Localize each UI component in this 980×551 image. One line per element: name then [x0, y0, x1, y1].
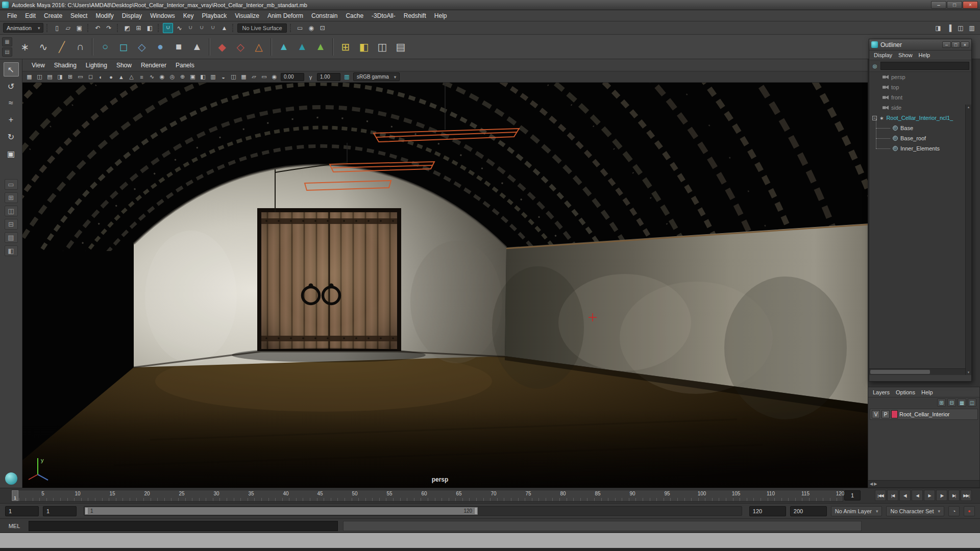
select-tool[interactable]: ↖ [4, 62, 19, 77]
panel-menu-panels[interactable]: Panels [172, 61, 199, 70]
redo-icon[interactable]: ↷ [104, 23, 114, 33]
save-scene-icon[interactable]: ▣ [74, 23, 84, 33]
snap-to-view-icon[interactable]: ∩ [208, 23, 218, 33]
go-to-end-button[interactable]: ▶▶| [961, 490, 972, 501]
menu-constrain[interactable]: Constrain [307, 11, 341, 20]
bind-skin-icon[interactable]: △ [250, 37, 267, 57]
nurbs-plane-icon[interactable]: ◇ [133, 37, 151, 57]
grease-pencil-icon[interactable]: ▭ [76, 72, 85, 82]
auto-keyframe-toggle-icon[interactable]: ● [964, 506, 975, 516]
poly-sphere-icon[interactable]: ● [152, 37, 169, 57]
outliner-item-front[interactable]: front [869, 92, 971, 103]
current-frame-field[interactable]: 1 [844, 490, 861, 500]
panel-menu-lighting[interactable]: Lighting [82, 61, 111, 70]
menu-playback[interactable]: Playback [198, 11, 231, 20]
grid-toggle-icon[interactable]: ◻ [86, 72, 95, 82]
shelf-tab-switcher-icon[interactable]: ▦ [2, 37, 12, 46]
outliner-vertical-scrollbar[interactable]: ▴ ▾ [965, 105, 971, 375]
move-layer-up-icon[interactable]: ⊞ [937, 398, 946, 407]
use-all-lights-icon[interactable]: ▣ [188, 72, 198, 82]
textured-mode-icon[interactable]: ⊕ [178, 72, 187, 82]
pencil-curve-tool-icon[interactable]: ∿ [35, 37, 52, 57]
panel-menu-view[interactable]: View [28, 61, 49, 70]
bookmarks-icon[interactable]: ▤ [45, 72, 55, 82]
render-settings-icon[interactable]: ⊡ [317, 23, 328, 33]
make-live-icon[interactable]: ▲ [219, 23, 229, 33]
range-slider-track[interactable]: 1 120 [84, 506, 742, 516]
outliner-item-side[interactable]: side [869, 103, 971, 113]
poly-cone-icon[interactable]: ▲ [188, 37, 206, 57]
outliner-horizontal-scrollbar[interactable] [869, 368, 965, 375]
play-forwards-button[interactable]: ▶ [924, 490, 935, 501]
paint-select-tool[interactable]: ≈ [4, 96, 19, 110]
scale-tool[interactable]: ▣ [4, 146, 19, 161]
menu-key[interactable]: Key [179, 11, 198, 20]
undo-icon[interactable]: ↶ [92, 23, 103, 33]
scroll-up-icon[interactable]: ▴ [968, 105, 970, 109]
ep-curve-tool-icon[interactable]: ∗ [16, 37, 34, 57]
playback-end-field[interactable]: 120 [749, 506, 786, 516]
select-hierarchy-icon[interactable]: ◩ [122, 23, 132, 33]
attribute-editor-toggle-icon[interactable]: ◨ [933, 23, 943, 33]
arc-tool-icon[interactable]: ∩ [71, 37, 89, 57]
new-scene-icon[interactable]: ▯ [52, 23, 62, 33]
nurbs-circle-icon[interactable]: ○ [96, 37, 114, 57]
nurbs-square-icon[interactable]: ◻ [115, 37, 132, 57]
layers-help-menu[interactable]: Help [921, 389, 933, 395]
window-titlebar[interactable]: Autodesk Maya 2016: C:\Users\AMDA8\Deskt… [0, 0, 980, 10]
layer-color-swatch[interactable] [891, 410, 898, 418]
outliner-menu-display[interactable]: Display [874, 52, 892, 58]
layout-two-pane-side-button[interactable]: ◫ [5, 206, 18, 216]
resolution-gate-icon[interactable]: ● [106, 72, 116, 82]
snap-to-curves-icon[interactable]: ∿ [174, 23, 184, 33]
view-transform-dropdown[interactable]: sRGB gamma ▾ [353, 72, 400, 81]
panel-menu-renderer[interactable]: Renderer [137, 61, 170, 70]
ipr-render-icon[interactable]: ◉ [306, 23, 316, 33]
menu-file[interactable]: File [3, 11, 21, 20]
exposure-icon[interactable]: ◉ [270, 72, 279, 82]
snap-to-points-icon[interactable]: ∩ [185, 23, 195, 33]
range-start-handle[interactable] [85, 507, 88, 515]
cellar-door[interactable] [232, 208, 426, 362]
go-to-start-button[interactable]: |◀◀ [875, 490, 886, 501]
move-tool[interactable]: + [4, 113, 19, 127]
outliner-search-input[interactable] [880, 62, 969, 70]
poly-cube-icon[interactable]: ■ [170, 37, 187, 57]
menu-create[interactable]: Create [40, 11, 66, 20]
select-camera-icon[interactable]: ▦ [24, 72, 34, 82]
create-layer-from-selected-icon[interactable]: ◫ [968, 398, 976, 407]
menu-redshift[interactable]: Redshift [400, 11, 430, 20]
menu-cache[interactable]: Cache [341, 11, 368, 20]
outliner-close-button[interactable]: × [961, 41, 969, 48]
time-slider-track[interactable]: 5 10 15 20 25 30 35 40 45 50 55 60 65 70… [11, 490, 843, 502]
outliner-titlebar[interactable]: Outliner – □ × [869, 39, 971, 51]
isolate-select-icon[interactable]: ▱ [249, 72, 259, 82]
move-layer-down-icon[interactable]: ⊟ [947, 398, 956, 407]
gate-mask-icon[interactable]: ▲ [116, 72, 126, 82]
exposure-field[interactable]: 0.00 [281, 73, 304, 81]
command-input-field[interactable] [29, 521, 338, 531]
ncloth-collide-icon[interactable]: ▲ [293, 37, 311, 57]
shadows-toggle-icon[interactable]: ◧ [198, 72, 208, 82]
outliner-maximize-button[interactable]: □ [951, 41, 960, 48]
maximize-button[interactable]: □ [947, 1, 962, 9]
ncache-icon[interactable]: ◧ [355, 37, 373, 57]
layers-options-menu[interactable]: Options [896, 389, 915, 395]
step-forward-frame-button[interactable]: |▶ [936, 490, 947, 501]
modeling-toolkit-toggle-icon[interactable]: ▥ [967, 23, 977, 33]
animation-start-field[interactable]: 1 [5, 506, 39, 516]
layout-single-pane-button[interactable]: ▭ [5, 179, 18, 190]
layer-editor-scrollbar[interactable]: ◀ ▶ [868, 480, 979, 487]
character-set-dropdown[interactable]: No Character Set ▾ [886, 506, 944, 516]
layout-two-pane-stacked-button[interactable]: ⊟ [5, 219, 18, 230]
layout-four-pane-button[interactable]: ⊞ [5, 192, 18, 203]
nconstraint-icon[interactable]: ⊞ [337, 37, 354, 57]
maya-sphere-icon[interactable] [5, 472, 17, 485]
ik-handle-tool-icon[interactable]: ◇ [232, 37, 249, 57]
layout-persp-graph-button[interactable]: ◧ [5, 245, 18, 256]
step-back-frame-button[interactable]: ◀| [899, 490, 911, 501]
joint-tool-icon[interactable]: ◆ [213, 37, 231, 57]
playback-start-field[interactable]: 1 [43, 506, 77, 516]
minimize-button[interactable]: – [931, 1, 946, 9]
scroll-right-icon[interactable]: ▶ [874, 482, 877, 486]
